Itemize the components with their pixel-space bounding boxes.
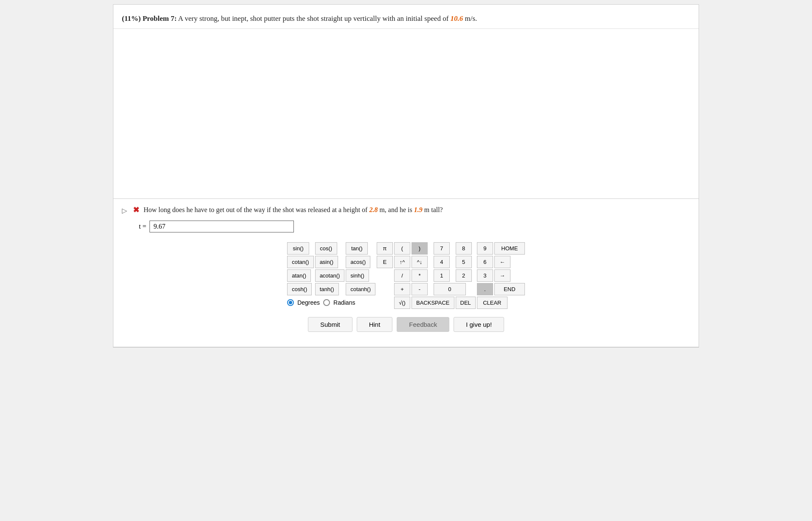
calc-row-4: cosh() tanh() cotanh() + - 0 . END <box>287 283 525 295</box>
degrees-row: Degrees Radians <box>287 297 375 308</box>
x-icon: ✖ <box>133 205 139 215</box>
radians-radio[interactable] <box>323 299 330 306</box>
calc-sin[interactable]: sin() <box>287 242 309 255</box>
calc-clear[interactable]: CLEAR <box>477 297 508 309</box>
calc-row-5: Degrees Radians √() BACKSPACE DEL CLEAR <box>287 297 525 309</box>
degrees-radio[interactable] <box>287 299 294 306</box>
speed-value: 10.6 <box>451 14 463 23</box>
feedback-button[interactable]: Feedback <box>397 317 449 332</box>
problem-text: A very strong, but inept, shot putter pu… <box>177 14 451 23</box>
calc-acotan[interactable]: acotan() <box>315 269 345 282</box>
calc-3[interactable]: 3 <box>477 269 493 282</box>
calc-sinh[interactable]: sinh() <box>346 269 369 282</box>
calc-row-3: atan() acotan() sinh() / * 1 2 3 → <box>287 269 525 282</box>
calc-table: sin() cos() tan() π ( ) 7 8 9 HOME cotan… <box>286 241 526 310</box>
calc-tanh[interactable]: tanh() <box>315 283 339 295</box>
calc-up-caret[interactable]: ↑^ <box>394 256 410 268</box>
give-up-button[interactable]: I give up! <box>454 317 504 332</box>
calc-cosh[interactable]: cosh() <box>287 283 312 295</box>
calc-0[interactable]: 0 <box>434 283 466 295</box>
problem-label: (11%) Problem 7: <box>122 14 177 23</box>
submit-button[interactable]: Submit <box>308 317 352 332</box>
calc-minus[interactable]: - <box>412 283 428 295</box>
calc-cotan[interactable]: cotan() <box>287 256 313 268</box>
calc-del[interactable]: DEL <box>456 297 476 309</box>
calc-forward[interactable]: → <box>494 269 510 282</box>
calc-atan[interactable]: atan() <box>287 269 311 282</box>
radians-label[interactable]: Radians <box>333 299 355 306</box>
degrees-label[interactable]: Degrees <box>297 299 320 306</box>
calc-cotanh[interactable]: cotanh() <box>346 283 375 295</box>
calc-1[interactable]: 1 <box>434 269 450 282</box>
calc-asin[interactable]: asin() <box>315 256 338 268</box>
calc-row-2: cotan() asin() acos() E ↑^ ^↓ 4 5 6 ← <box>287 256 525 268</box>
calc-tan[interactable]: tan() <box>346 242 368 255</box>
question-row: ▷ ✖ How long does he have to get out of … <box>122 205 690 215</box>
calc-6[interactable]: 6 <box>477 256 493 268</box>
calc-4[interactable]: 4 <box>434 256 450 268</box>
calc-2[interactable]: 2 <box>456 269 472 282</box>
calc-open-paren[interactable]: ( <box>394 242 410 255</box>
calc-pi[interactable]: π <box>377 242 393 255</box>
problem-header: (11%) Problem 7: A very strong, but inep… <box>113 5 699 29</box>
calc-cos[interactable]: cos() <box>315 242 337 255</box>
calc-9[interactable]: 9 <box>477 242 493 255</box>
calc-close-paren[interactable]: ) <box>412 242 428 255</box>
variable-label: t = <box>139 223 146 230</box>
question-section: ▷ ✖ How long does he have to get out of … <box>113 199 699 347</box>
calc-empty-2 <box>377 287 393 293</box>
input-row: t = <box>139 221 690 232</box>
calc-e[interactable]: E <box>377 256 393 268</box>
calc-sqrt[interactable]: √() <box>394 297 410 309</box>
speed-unit: m/s. <box>463 14 477 23</box>
calc-multiply[interactable]: * <box>412 269 428 282</box>
calc-row-1: sin() cos() tan() π ( ) 7 8 9 HOME <box>287 242 525 255</box>
calc-backspace[interactable]: ← <box>494 256 510 268</box>
calc-dot[interactable]: . <box>477 283 493 295</box>
calc-end[interactable]: END <box>494 283 525 295</box>
calc-7[interactable]: 7 <box>434 242 450 255</box>
calc-backspace-btn[interactable]: BACKSPACE <box>412 297 454 309</box>
hint-button[interactable]: Hint <box>357 317 393 332</box>
calc-divide[interactable]: / <box>394 269 410 282</box>
calc-home[interactable]: HOME <box>494 242 525 255</box>
calc-empty-1 <box>377 274 393 280</box>
calc-down-caret[interactable]: ^↓ <box>412 256 428 268</box>
question-text: How long does he have to get out of the … <box>144 206 443 214</box>
answer-input[interactable] <box>149 221 294 232</box>
calc-plus[interactable]: + <box>394 283 410 295</box>
calc-acos[interactable]: acos() <box>346 256 370 268</box>
calculator: sin() cos() tan() π ( ) 7 8 9 HOME cotan… <box>122 241 690 310</box>
action-buttons: Submit Hint Feedback I give up! <box>122 317 690 332</box>
play-icon[interactable]: ▷ <box>122 207 129 213</box>
calc-8[interactable]: 8 <box>456 242 472 255</box>
calc-5[interactable]: 5 <box>456 256 472 268</box>
main-container: (11%) Problem 7: A very strong, but inep… <box>113 4 699 348</box>
problem-body <box>113 29 699 199</box>
